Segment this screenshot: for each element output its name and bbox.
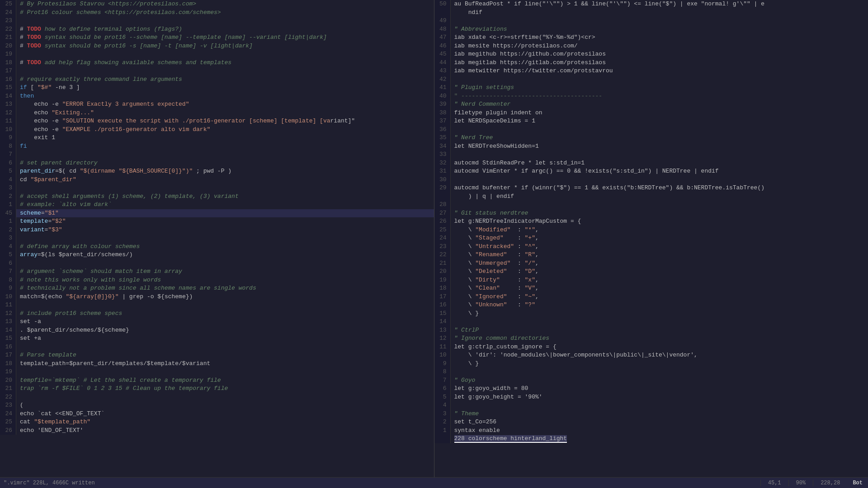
line-content: echo "Exiting...": [16, 109, 434, 117]
line-content: autocmd VimEnter * if argc() == 0 && !ex…: [451, 167, 868, 176]
code-line: 1template="$2": [0, 217, 434, 226]
code-line: 5let g:goyo_height = '90%': [434, 393, 868, 402]
line-content: let g:ctrlp_custom_ignore = {: [451, 343, 868, 352]
code-line: 30: [434, 176, 868, 184]
line-content: # TODO syntax should be prot16 -s [name]…: [16, 42, 434, 51]
code-line: 25 \ "Modified" : "*",: [434, 226, 868, 235]
line-content: " Nerd Commenter: [451, 100, 868, 109]
code-line: 49: [434, 17, 868, 25]
line-content: trap `rm -f $FILE` 0 1 2 3 15 # Clean up…: [16, 385, 434, 393]
line-number: 6: [0, 259, 16, 268]
editor-container: 25# By Protesilaos Stavrou <https://prot…: [0, 0, 868, 477]
line-content: ndif: [451, 9, 868, 17]
line-number: 10: [0, 126, 16, 134]
line-content: # TODO syntax should be prot16 --scheme …: [16, 33, 434, 42]
line-content: # accept shell arguments (1) scheme, (2)…: [16, 192, 434, 201]
line-number: [434, 192, 451, 201]
line-number: 19: [0, 50, 16, 59]
line-content: # technically not a problem since all sc…: [16, 284, 434, 293]
code-line: 11let g:ctrlp_custom_ignore = {: [434, 343, 868, 352]
line-content: exit 1: [16, 134, 434, 142]
code-line: 35" Nerd Tree: [434, 134, 868, 142]
left-code-area[interactable]: 25# By Protesilaos Stavrou <https://prot…: [0, 0, 434, 477]
line-content: " Abbreviations: [451, 25, 868, 34]
line-number: 13: [0, 100, 16, 109]
line-number: 21: [434, 259, 451, 268]
code-line: 9 \ }: [434, 360, 868, 368]
line-content: template="$2": [16, 217, 434, 226]
line-content: \ "Renamed" : "R",: [451, 251, 868, 259]
code-line: 23 \ "Untracked" : "^",: [434, 243, 868, 251]
code-line: 18 \ "Clean" : "V",: [434, 284, 868, 293]
line-number: 15: [0, 334, 16, 343]
line-content: \ "Unmerged" : "/",: [451, 259, 868, 268]
code-line: 8# note this works only with single word…: [0, 276, 434, 285]
line-number: 12: [0, 310, 16, 318]
code-line: 12 echo "Exiting...": [0, 109, 434, 117]
line-content: \ "Clean" : "V",: [451, 284, 868, 293]
code-line: 47iab xdate <c-r>=strftime("%Y-%m-%d")<c…: [434, 33, 868, 42]
code-line: 29autocmd bufenter * if (winnr("$") == 1…: [434, 184, 868, 192]
line-content: " --------------------------------------…: [451, 92, 868, 101]
line-number: 4: [0, 243, 16, 251]
code-line: 7# argument `scheme` should match item i…: [0, 267, 434, 276]
line-number: 14: [434, 318, 451, 326]
code-line: 20 \ "Deleted" : "D",: [434, 267, 868, 276]
line-number: 4: [434, 401, 451, 410]
code-line: 34let NERDTreeShowHidden=1: [434, 142, 868, 151]
line-number: 14: [0, 326, 16, 335]
line-number: 12: [0, 109, 16, 117]
line-content: \ "Modified" : "*",: [451, 226, 868, 235]
line-content: " Plugin settings: [451, 84, 868, 92]
line-number: 1: [434, 427, 451, 435]
line-content: [451, 401, 868, 410]
line-content: # example: `alto vim dark`: [16, 201, 434, 209]
code-line: 1# example: `alto vim dark`: [0, 201, 434, 209]
line-number: 9: [0, 284, 16, 293]
code-line: 13 echo -e "ERROR Exactly 3 arguments ex…: [0, 100, 434, 109]
line-number: 37: [434, 117, 451, 126]
line-number: 26: [434, 217, 451, 226]
right-code-area[interactable]: 50au BufReadPost * if line("'\"") > 1 &&…: [434, 0, 868, 477]
line-number: 16: [0, 75, 16, 84]
line-content: then: [16, 92, 434, 101]
line-content: [451, 126, 868, 134]
line-content: [16, 301, 434, 310]
line-content: (: [16, 401, 434, 410]
line-content: [451, 368, 868, 376]
line-number: 44: [434, 59, 451, 67]
line-content: [16, 393, 434, 402]
code-line: 26let g:NERDTreeIndicatorMapCustom = {: [434, 217, 868, 226]
line-content: " Nerd Tree: [451, 134, 868, 142]
line-content: filetype plugin indent on: [451, 109, 868, 117]
line-content: [16, 368, 434, 376]
line-content: [451, 150, 868, 159]
line-number: 24: [0, 9, 16, 17]
line-number: 25: [0, 418, 16, 427]
status-bot: Bot: [847, 480, 868, 486]
code-line: 37let NERDSpaceDelims = 1: [434, 117, 868, 126]
line-content: [451, 201, 868, 209]
line-content: iab metwitter https://twitter.com/protst…: [451, 67, 868, 75]
line-content: match=$(echo "${array[@]}0}" | grep -o $…: [16, 293, 434, 301]
line-content: # define array with colour schemes: [16, 243, 434, 251]
line-number: 39: [434, 100, 451, 109]
code-line: 41" Plugin settings: [434, 84, 868, 92]
code-line: 21# TODO syntax should be prot16 --schem…: [0, 33, 434, 42]
code-line: 19 \ "Dirty" : "x",: [434, 276, 868, 285]
line-content: cat "$template_path": [16, 418, 434, 427]
line-number: 18: [0, 59, 16, 67]
line-number: 48: [434, 25, 451, 34]
code-line: 21 \ "Unmerged" : "/",: [434, 259, 868, 268]
code-line: 26echo 'END_OF_TEXT': [0, 427, 434, 435]
line-content: \ }: [451, 360, 868, 368]
line-number: 19: [0, 368, 16, 376]
line-content: let g:NERDTreeIndicatorMapCustom = {: [451, 217, 868, 226]
line-number: 36: [434, 126, 451, 134]
line-number: 34: [434, 142, 451, 151]
line-content: [16, 150, 434, 159]
right-pane: 50au BufReadPost * if line("'\"") > 1 &&…: [434, 0, 868, 477]
code-line: 8fi: [0, 142, 434, 151]
line-content: \ "Unknown" : "?": [451, 301, 868, 310]
code-line: 15set +a: [0, 334, 434, 343]
